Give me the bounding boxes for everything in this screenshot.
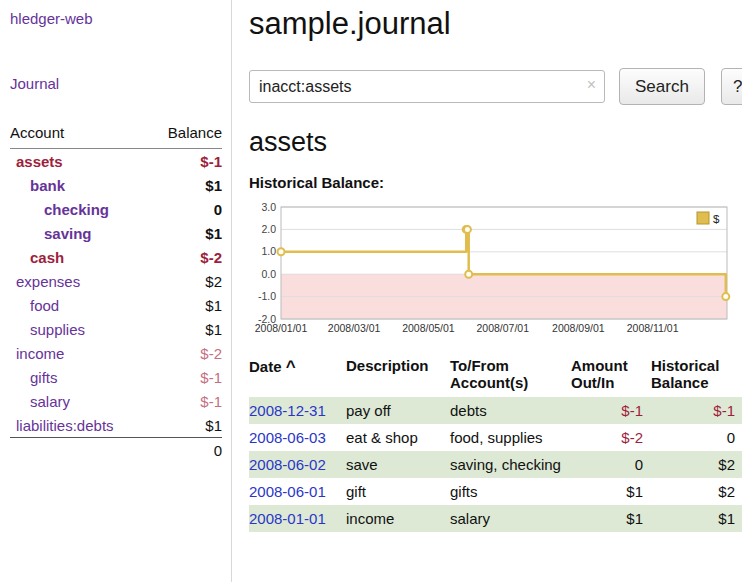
account-link[interactable]: expenses <box>10 273 80 290</box>
search-box: × <box>249 70 605 103</box>
historical-balance-chart: 3.02.01.00.0-1.0-2.02008/01/012008/03/01… <box>249 199 742 338</box>
register-accounts: food, supplies <box>450 424 571 451</box>
account-link[interactable]: cash <box>10 249 64 266</box>
search-button[interactable]: Search <box>619 68 705 105</box>
account-balance: $1 <box>205 177 222 194</box>
search-input[interactable] <box>249 70 605 103</box>
data-point-marker <box>722 293 729 300</box>
register-amount: $1 <box>571 505 651 532</box>
account-link[interactable]: gifts <box>10 369 58 386</box>
register-date-cell: 2008-06-02 <box>249 451 346 478</box>
journal-link[interactable]: Journal <box>10 75 59 92</box>
app-title-link[interactable]: hledger-web <box>10 10 93 27</box>
account-link[interactable]: salary <box>10 393 70 410</box>
search-form: × Search ? <box>249 68 742 105</box>
y-tick-label: 1.0 <box>261 245 276 257</box>
account-link[interactable]: supplies <box>10 321 85 338</box>
account-row: saving$1 <box>10 221 222 245</box>
account-row: bank$1 <box>10 173 222 197</box>
register-table: Date ^ Description To/From Account(s) Am… <box>249 354 742 532</box>
register-description: save <box>346 451 450 478</box>
col-header-accounts: To/From Account(s) <box>450 354 571 397</box>
chart-title: Historical Balance: <box>249 174 742 191</box>
register-header-row: Date ^ Description To/From Account(s) Am… <box>249 354 742 397</box>
x-tick-label: 2008/05/01 <box>402 322 455 334</box>
account-link[interactable]: food <box>10 297 59 314</box>
legend-label: $ <box>713 213 720 225</box>
account-balance: $-2 <box>200 249 222 266</box>
col-header-amount: Amount Out/In <box>571 354 651 397</box>
data-point-marker <box>278 248 285 255</box>
app-title: hledger-web <box>10 10 222 27</box>
register-balance: $2 <box>651 478 742 505</box>
account-balance: $-1 <box>200 153 222 170</box>
register-date-link[interactable]: 2008-12-31 <box>249 402 326 419</box>
account-balance: $1 <box>205 225 222 242</box>
data-point-marker <box>465 271 472 278</box>
account-row: supplies$1 <box>10 317 222 341</box>
account-row: checking0 <box>10 197 222 221</box>
account-balance: $-1 <box>200 393 222 410</box>
register-date-link[interactable]: 2008-06-03 <box>249 429 326 446</box>
register-row: 2008-12-31pay offdebts$-1$-1 <box>249 397 742 424</box>
register-balance: 0 <box>651 424 742 451</box>
account-link[interactable]: bank <box>10 177 65 194</box>
register-row: 2008-01-01incomesalary$1$1 <box>249 505 742 532</box>
date-header-label: Date <box>249 358 282 375</box>
accounts-total: 0 <box>10 437 222 463</box>
account-row: cash$-2 <box>10 245 222 269</box>
y-tick-label: 3.0 <box>261 201 276 213</box>
col-header-balance: Historical Balance <box>651 354 742 397</box>
register-balance: $1 <box>651 505 742 532</box>
sort-asc-icon: ^ <box>286 357 296 376</box>
y-tick-label: 2.0 <box>261 223 276 235</box>
account-balance: $1 <box>205 417 222 434</box>
account-balance: $1 <box>205 321 222 338</box>
account-heading: assets <box>249 127 742 158</box>
sidebar: hledger-web Journal Account Balance asse… <box>0 0 232 582</box>
page-title: sample.journal <box>249 6 742 42</box>
col-header-date[interactable]: Date ^ <box>249 354 346 397</box>
register-date-link[interactable]: 2008-06-01 <box>249 483 326 500</box>
account-link[interactable]: checking <box>10 201 109 218</box>
account-link[interactable]: income <box>10 345 64 362</box>
register-row: 2008-06-03eat & shopfood, supplies$-20 <box>249 424 742 451</box>
account-row: income$-2 <box>10 341 222 365</box>
data-point-marker <box>464 226 471 233</box>
register-amount: $-2 <box>571 424 651 451</box>
register-accounts: saving, checking <box>450 451 571 478</box>
register-row: 2008-06-01giftgifts$1$2 <box>249 478 742 505</box>
account-balance: $-2 <box>200 345 222 362</box>
register-date-cell: 2008-12-31 <box>249 397 346 424</box>
app-window: hledger-web Journal Account Balance asse… <box>0 0 742 582</box>
account-row: assets$-1 <box>10 149 222 173</box>
register-description: pay off <box>346 397 450 424</box>
account-row: liabilities:debts$1 <box>10 413 222 437</box>
register-date-link[interactable]: 2008-06-02 <box>249 456 326 473</box>
register-description: income <box>346 505 450 532</box>
accounts-col-balance: Balance <box>168 124 222 141</box>
register-row: 2008-06-02savesaving, checking0$2 <box>249 451 742 478</box>
sidebar-nav: Journal <box>10 75 222 92</box>
register-balance: $2 <box>651 451 742 478</box>
clear-search-icon[interactable]: × <box>587 76 596 94</box>
account-link[interactable]: assets <box>10 153 63 170</box>
account-link[interactable]: saving <box>10 225 92 242</box>
account-balance: $-1 <box>200 369 222 386</box>
help-button[interactable]: ? <box>721 68 742 105</box>
register-amount: $1 <box>571 478 651 505</box>
legend-swatch <box>697 212 709 224</box>
account-row: expenses$2 <box>10 269 222 293</box>
register-date-link[interactable]: 2008-01-01 <box>249 510 326 527</box>
register-date-cell: 2008-06-01 <box>249 478 346 505</box>
y-tick-label: 0.0 <box>261 268 276 280</box>
main-content: sample.journal × Search ? assets Histori… <box>232 0 742 582</box>
accounts-list: assets$-1bank$1checking0saving$1cash$-2e… <box>10 149 222 437</box>
x-tick-label: 2008/07/01 <box>477 322 530 334</box>
account-row: food$1 <box>10 293 222 317</box>
account-balance: $2 <box>205 273 222 290</box>
register-description: gift <box>346 478 450 505</box>
register-amount: $-1 <box>571 397 651 424</box>
account-link[interactable]: liabilities:debts <box>10 417 114 434</box>
accounts-table-header: Account Balance <box>10 122 222 149</box>
